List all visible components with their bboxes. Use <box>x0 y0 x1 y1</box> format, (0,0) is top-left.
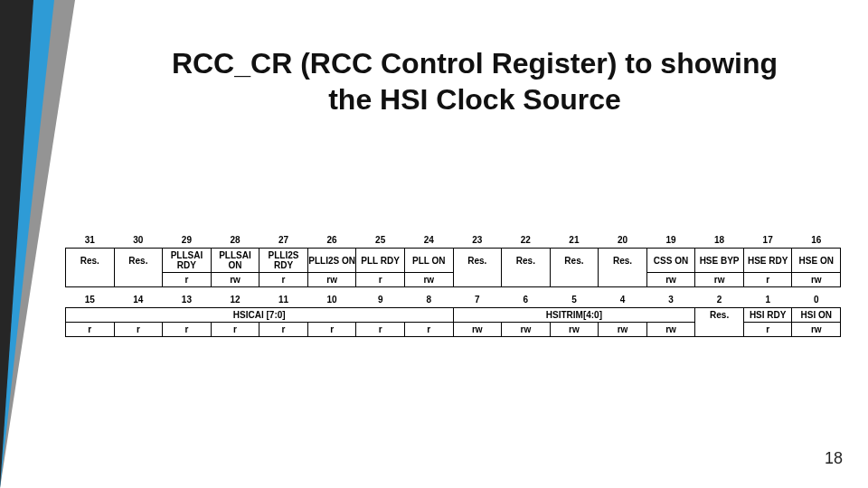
bit-num: 5 <box>550 293 599 308</box>
bit-name: HSE ON <box>792 249 841 273</box>
bit-name: HSE RDY <box>743 249 792 273</box>
bit-name: CSS ON <box>646 249 695 273</box>
bit-num: 9 <box>356 293 405 308</box>
bit-num: 25 <box>356 233 405 249</box>
bit-name: Res. <box>502 249 551 273</box>
bit-name: PLLI2S ON <box>307 249 356 273</box>
bit-num: 0 <box>792 293 841 308</box>
bit-name: HSE BYP <box>695 249 744 273</box>
bit-rw: r <box>259 323 308 337</box>
bit-num: 21 <box>550 233 599 249</box>
bit-num: 11 <box>259 293 308 308</box>
bit-rw: rw <box>502 323 551 337</box>
bit-num: 14 <box>114 293 163 308</box>
bit-name: Res. <box>599 249 647 273</box>
bit-num: 12 <box>211 293 259 308</box>
bit-name: PLL ON <box>404 249 453 273</box>
bit-rw: rw <box>307 273 356 287</box>
bit-num: 3 <box>646 293 695 308</box>
bit-rw: rw <box>599 323 647 337</box>
bit-rw: r <box>743 323 792 337</box>
bit-group-hsical: HSICAl [7:0] <box>66 308 454 323</box>
bit-rw: rw <box>211 273 259 287</box>
bit-rw: rw <box>646 273 695 287</box>
bit-num: 23 <box>453 233 502 249</box>
bit-rw: rw <box>695 273 744 287</box>
bit-rw: rw <box>453 323 502 337</box>
bit-rw <box>114 273 163 287</box>
bit-rw: r <box>163 273 212 287</box>
bit-num: 24 <box>404 233 453 249</box>
bit-rw: r <box>163 323 212 337</box>
bit-rw: r <box>114 323 163 337</box>
bit-num: 4 <box>599 293 647 308</box>
bit-name-res: Res. <box>695 308 744 323</box>
bit-num: 16 <box>792 233 841 249</box>
bit-num: 10 <box>307 293 356 308</box>
bit-name-hsion: HSI ON <box>792 308 841 323</box>
bit-rw: r <box>211 323 259 337</box>
bitrw-upper: r rw r rw r rw rw rw r rw <box>66 273 841 287</box>
bit-rw <box>66 273 115 287</box>
bit-rw <box>599 273 647 287</box>
bit-num: 8 <box>404 293 453 308</box>
bit-name: Res. <box>66 249 115 273</box>
bit-num: 28 <box>211 233 259 249</box>
bit-rw: rw <box>646 323 695 337</box>
bit-group-hsitrim: HSITRIM[4:0] <box>453 308 695 323</box>
bit-num: 6 <box>502 293 551 308</box>
bitnums-lower: 15 14 13 12 11 10 9 8 7 6 5 4 3 2 1 0 <box>66 293 841 308</box>
bit-num: 22 <box>502 233 551 249</box>
bit-num: 26 <box>307 233 356 249</box>
register-table-lower: 15 14 13 12 11 10 9 8 7 6 5 4 3 2 1 0 HS… <box>65 293 841 337</box>
bit-num: 27 <box>259 233 308 249</box>
bit-num: 29 <box>163 233 212 249</box>
bit-num: 7 <box>453 293 502 308</box>
bitnames-lower: HSICAl [7:0] HSITRIM[4:0] Res. HSI RDY H… <box>66 308 841 323</box>
bit-name: PLLSAI ON <box>211 249 259 273</box>
slide-title: RCC_CR (RCC Control Register) to showing… <box>118 45 832 117</box>
bit-num: 15 <box>66 293 115 308</box>
bit-num: 30 <box>114 233 163 249</box>
bit-name: PLLI2S RDY <box>259 249 308 273</box>
bit-name: PLL RDY <box>356 249 405 273</box>
bit-name: Res. <box>114 249 163 273</box>
bit-rw: rw <box>792 273 841 287</box>
bitnums-upper: 31 30 29 28 27 26 25 24 23 22 21 20 19 1… <box>66 233 841 249</box>
bit-rw: r <box>743 273 792 287</box>
register-table-upper: 31 30 29 28 27 26 25 24 23 22 21 20 19 1… <box>65 233 841 287</box>
bitnames-upper: Res. Res. PLLSAI RDY PLLSAI ON PLLI2S RD… <box>66 249 841 273</box>
bit-num: 19 <box>646 233 695 249</box>
bit-num: 17 <box>743 233 792 249</box>
bit-rw: r <box>404 323 453 337</box>
bit-rw: r <box>356 323 405 337</box>
bit-num: 13 <box>163 293 212 308</box>
bit-num: 31 <box>66 233 115 249</box>
page-number: 18 <box>825 449 843 468</box>
bit-num: 2 <box>695 293 744 308</box>
bit-rw: rw <box>404 273 453 287</box>
bit-rw <box>695 323 744 337</box>
bit-num: 20 <box>599 233 647 249</box>
bit-rw <box>550 273 599 287</box>
bit-name: PLLSAI RDY <box>163 249 212 273</box>
title-line-2: the HSI Clock Source <box>328 83 621 116</box>
bit-name-hsirdy: HSI RDY <box>743 308 792 323</box>
bit-name: Res. <box>550 249 599 273</box>
bg-triangle-black <box>0 0 33 488</box>
bit-rw: r <box>356 273 405 287</box>
bit-name: Res. <box>453 249 502 273</box>
bit-rw: r <box>66 323 115 337</box>
bit-rw: r <box>307 323 356 337</box>
title-line-1: RCC_CR (RCC Control Register) to showing <box>172 47 778 80</box>
bit-rw: rw <box>792 323 841 337</box>
bit-rw <box>502 273 551 287</box>
bitrw-lower: r r r r r r r r rw rw rw rw rw r rw <box>66 323 841 337</box>
register-diagram: 31 30 29 28 27 26 25 24 23 22 21 20 19 1… <box>65 233 841 337</box>
bit-rw: r <box>259 273 308 287</box>
bit-num: 18 <box>695 233 744 249</box>
bit-rw: rw <box>550 323 599 337</box>
bit-num: 1 <box>743 293 792 308</box>
bit-rw <box>453 273 502 287</box>
